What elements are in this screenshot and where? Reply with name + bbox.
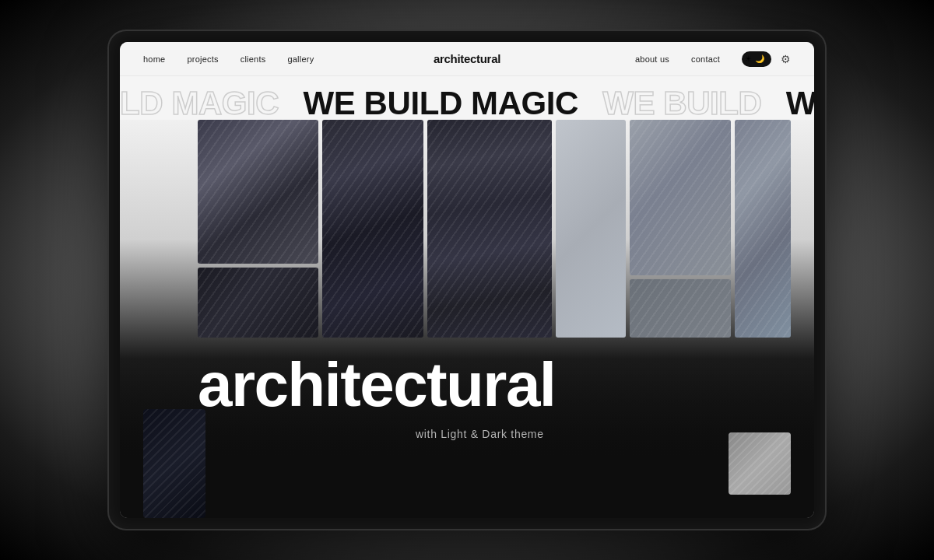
tablet-screen: home projects clients gallery architectu…: [120, 42, 814, 518]
image-block-6-1: [735, 120, 791, 338]
image-block-2-1: [322, 120, 423, 338]
nav-right: about us contact ☀ 🌙 ⚙: [635, 51, 791, 67]
nav-clients[interactable]: clients: [241, 54, 266, 64]
image-grid: [198, 120, 791, 338]
image-block-4-1: [556, 120, 626, 338]
image-block-5-1: [630, 120, 731, 275]
image-col-2: [322, 120, 423, 338]
nav-contact[interactable]: contact: [691, 54, 720, 64]
navigation: home projects clients gallery architectu…: [120, 42, 814, 76]
marquee-section: LD MAGIC WE BUILD MAGIC WE BUILD WE BUIL…: [120, 76, 814, 131]
hero-subtitle: with Light & Dark theme: [198, 428, 814, 440]
image-col-1: [198, 120, 318, 338]
nav-projects[interactable]: projects: [187, 54, 218, 64]
marquee-item-outline-1: LD MAGIC: [120, 85, 288, 122]
image-col-4: [556, 120, 626, 338]
sun-icon: ☀: [745, 55, 752, 63]
hero-brand-text: architectural: [198, 354, 814, 416]
image-block-3-1: [427, 120, 552, 338]
marquee-text: LD MAGIC WE BUILD MAGIC WE BUILD WE BUIL…: [120, 85, 814, 122]
image-col-6: [735, 120, 791, 338]
image-block-1-2: [198, 268, 318, 338]
brand-overlay: architectural with Light & Dark theme: [120, 354, 814, 440]
moon-icon: 🌙: [755, 55, 764, 63]
image-col-5: [630, 120, 731, 338]
nav-left: home projects clients gallery: [143, 54, 314, 64]
theme-toggle[interactable]: ☀ 🌙: [742, 51, 771, 67]
image-block-5-2: [630, 279, 731, 338]
right-image-strip: [729, 432, 791, 495]
gear-icon[interactable]: ⚙: [781, 53, 791, 65]
image-block-1-1: [198, 120, 318, 264]
marquee-item-solid-1: WE BUILD MAGIC: [304, 85, 578, 122]
nav-about[interactable]: about us: [635, 54, 669, 64]
marquee-item-solid-2: WE BUILD MAGIC: [786, 85, 814, 122]
tablet-frame: home projects clients gallery architectu…: [109, 31, 825, 529]
nav-actions: ☀ 🌙 ⚙: [742, 51, 791, 67]
nav-logo: architectural: [434, 52, 500, 65]
nav-home[interactable]: home: [143, 54, 165, 64]
image-col-3: [427, 120, 552, 338]
nav-gallery[interactable]: gallery: [287, 54, 314, 64]
marquee-item-outline-2: WE BUILD: [594, 85, 771, 122]
content-area: architectural with Light & Dark theme: [120, 120, 814, 518]
